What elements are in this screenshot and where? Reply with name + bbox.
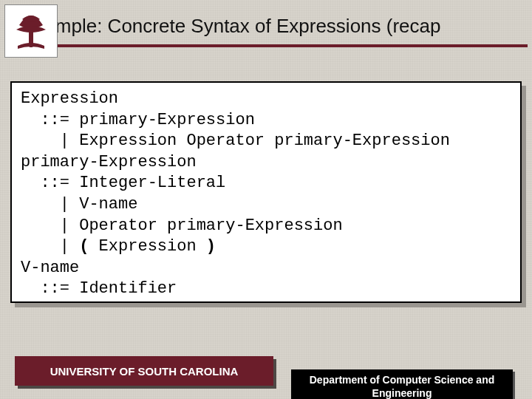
grammar-panel: Expression ::= primary-Expression | Expr…	[10, 81, 522, 303]
footer-department-text: Department of Computer Science and Engin…	[291, 369, 513, 399]
usc-logo	[4, 4, 58, 58]
footer-department-band: Department of Computer Science and Engin…	[291, 369, 513, 399]
grammar-line: | Expression Operator primary-Expression	[21, 132, 450, 150]
grammar-line: ::= primary-Expression	[21, 111, 255, 129]
grammar-line: primary-Expression	[21, 153, 197, 171]
footer-university-text: UNIVERSITY OF SOUTH CAROLINA	[50, 365, 239, 378]
grammar-line-mid: Expression	[89, 237, 205, 256]
title-divider	[9, 44, 528, 47]
grammar-line: | Operator primary-Expression	[21, 216, 343, 235]
grammar-terminal-lparen: (	[79, 237, 89, 256]
grammar-line: V-name	[21, 259, 79, 277]
grammar-content: Expression ::= primary-Expression | Expr…	[10, 81, 522, 303]
slide-title-area: Example: Concrete Syntax of Expressions …	[22, 15, 532, 38]
slide-title: Example: Concrete Syntax of Expressions …	[22, 15, 532, 38]
footer-university-band: UNIVERSITY OF SOUTH CAROLINA	[15, 356, 273, 386]
grammar-line-prefix: |	[21, 237, 79, 256]
grammar-line: ::= Integer-Literal	[21, 174, 225, 192]
grammar-line: Expression	[21, 89, 118, 108]
palmetto-seal-icon	[10, 10, 52, 52]
grammar-line: ::= Identifier	[21, 279, 177, 298]
grammar-line: | V-name	[21, 195, 137, 214]
grammar-terminal-rparen: )	[206, 237, 216, 256]
